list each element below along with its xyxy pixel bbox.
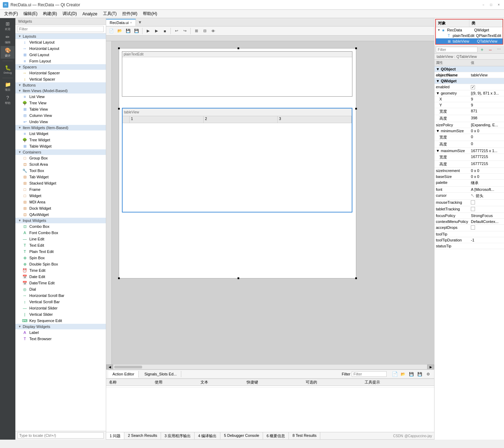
prop-val-basesize[interactable]: 0 x 0 [469,173,504,179]
prop-val-geometry[interactable]: [(9, 9), 871 x 3... [469,90,504,96]
widget-h-spacer[interactable]: ↔ Horizontal Spacer [15,70,106,76]
sel-handle-mr[interactable] [355,108,357,110]
canvas-scroll-h[interactable]: ◀ ▶ [106,364,434,369]
menu-edit[interactable]: 编辑(E) [21,10,40,17]
sel-handle-tm[interactable] [238,47,239,49]
prop-val-width[interactable]: 871 [469,108,504,115]
section-buttons[interactable]: ▼ Buttons [15,82,106,88]
menu-help[interactable]: 帮助(H) [140,10,160,17]
prop-val-minwidth[interactable]: 0 [469,134,504,141]
widget-grid-layout[interactable]: ⊞ Grid Layout [15,52,106,58]
prop-val-maxsize[interactable]: 16777215 x 1... [469,148,504,154]
action-filter-input[interactable] [352,371,387,377]
prop-val-maxheight[interactable]: 16777215 [469,160,504,167]
activity-help[interactable]: ? 帮助 [1,94,15,106]
widget-vertical-layout[interactable]: ↕ Vertical Layout [15,39,106,45]
section-containers[interactable]: ▼ Containers [15,149,106,155]
widget-text-browser[interactable]: T Text Browser [15,336,106,342]
widget-dial[interactable]: ◎ Dial [15,286,106,292]
widget-tab-widget[interactable]: ⊟ Tab Widget [15,174,106,180]
prop-val-focuspolicy[interactable]: StrongFocus [469,212,504,218]
widget-combo-box[interactable]: ⊡ Combo Box [15,223,106,230]
widget-v-spacer[interactable]: ↕ Vertical Spacer [15,76,106,82]
obj-row-tableview[interactable]: ⊞ tableView QTableView [436,38,503,44]
widget-v-scrollbar[interactable]: ↕ Vertical Scroll Bar [15,299,106,305]
widget-datetime-edit[interactable]: 📅 Date/Time Edit [15,280,106,286]
widget-line-edit[interactable]: — Line Edit [15,236,106,242]
action-new-btn[interactable]: 📄 [391,370,399,378]
activity-design[interactable]: 🎨 设计 [1,46,15,59]
widget-list-widget[interactable]: ≡ List Widget [15,130,106,137]
prop-val-palette[interactable]: 继承 [469,179,504,186]
toolbar-grid[interactable]: ⊟ [201,27,209,35]
output-tab-debugger[interactable]: 5 Debugger Console [220,432,263,439]
widget-h-scrollbar[interactable]: ↔ Horizontal Scroll Bar [15,292,106,299]
sel-handle-bl[interactable] [118,277,120,279]
prop-val-cursor[interactable]: ↖ 箭头 [469,192,504,199]
canvas-tab-recdata[interactable]: RecData.ui × [106,19,136,26]
activity-welcome[interactable]: ⊞ 欢迎 [1,20,15,32]
section-item-views[interactable]: ▼ Item Views (Model-Based) [15,88,106,94]
activity-debug[interactable]: 🐛 Debug [1,63,15,76]
widget-frame[interactable]: □ Frame [15,186,106,193]
toolbar-new[interactable]: 📄 [108,27,115,35]
output-tab-appoutput[interactable]: 3 应用程序输出 [161,432,195,439]
tab-action-editor[interactable]: Action Editor [108,371,139,378]
prop-more-btn[interactable]: ⋯ [495,46,503,53]
widget-dock-widget[interactable]: ⊟ Dock Widget [15,205,106,211]
sel-handle-br[interactable] [355,277,357,279]
widget-filter-input[interactable] [17,26,104,32]
widget-tree-view[interactable]: 🌳 Tree View [15,100,106,106]
activity-project[interactable]: 📁 项目 [1,80,15,93]
toolbar-save-all[interactable]: 💾 [133,27,140,35]
prop-val-enabled[interactable]: ✓ [469,84,504,90]
widget-table-view[interactable]: ⊞ Table View [15,106,106,112]
tab-signals-slots[interactable]: Signals_Slots Ed... [140,371,181,377]
section-display-widgets[interactable]: ▼ Display Widgets [15,324,106,329]
widget-group-box[interactable]: □ Group Box [15,155,106,161]
menu-build[interactable]: 构建(B) [40,10,60,17]
prop-val-minsize[interactable]: 0 x 0 [469,128,504,134]
prop-val-tooltip[interactable] [469,231,504,237]
scroll-thumb[interactable] [114,366,142,368]
scroll-left-btn[interactable]: ◀ [106,365,113,369]
widget-time-edit[interactable]: ⏰ Time Edit [15,267,106,274]
mousetracking-checkbox[interactable] [471,200,475,204]
toolbar-preview[interactable]: 👁 [209,27,217,35]
menu-file[interactable]: 文件(F) [1,10,21,17]
widget-table-widget[interactable]: ⊞ Table Widget [15,143,106,149]
acceptdrops-checkbox[interactable] [471,225,475,230]
widget-horizontal-layout[interactable]: ↔ Horizontal Layout [15,45,106,52]
prop-val-sizepolicy[interactable]: [Expanding, E... [469,122,504,128]
prop-val-tooltipduration[interactable]: -1 [469,237,504,243]
menu-debug[interactable]: 调试(D) [60,10,80,17]
obj-row-plaintextedit[interactable]: T plainTextEdit QPlainTextEdit [436,33,503,38]
obj-row-recdata[interactable]: ▼ ■ RecData QWidget [436,27,503,33]
prop-filter-input[interactable] [436,47,477,52]
canvas-tab-arrow[interactable]: ▼ [136,19,144,26]
prop-val-objectname[interactable]: tableView [469,72,504,78]
widget-undo-view[interactable]: ↩ Undo View [15,119,106,125]
form-table-widget[interactable]: tableView 1 2 3 [122,108,352,212]
widget-text-edit[interactable]: T Text Edit [15,242,106,248]
widget-form-layout[interactable]: ≡ Form Layout [15,58,106,64]
prop-val-sizeincrement[interactable]: 0 x 0 [469,167,504,173]
widget-stacked-widget[interactable]: ⊟ Stacked Widget [15,180,106,186]
widget-label[interactable]: A Label [15,329,106,336]
widget-widget[interactable]: □ Widget [15,193,106,199]
section-item-widgets[interactable]: ▼ Item Widgets (Item-Based) [15,125,106,130]
action-save-btn[interactable]: 💾 [408,370,415,378]
toolbar-run[interactable]: ▶ [153,27,160,35]
tablettracking-checkbox[interactable] [471,207,475,211]
output-tab-issues[interactable]: 1 问题 [106,432,124,439]
minimize-btn[interactable]: － [481,2,486,7]
scroll-track[interactable] [114,366,426,368]
prop-val-tablettracking[interactable] [469,206,504,212]
canvas-content[interactable]: plainTextEdit tableView [112,41,434,364]
action-save2-btn[interactable]: 💾 [416,370,424,378]
widget-mdi-area[interactable]: ⊟ MDI Area [15,199,106,205]
menu-tools[interactable]: 工具(T) [100,10,119,17]
widget-font-combo-box[interactable]: A Font Combo Box [15,230,106,236]
menu-controls[interactable]: 控件(W) [119,10,140,17]
prop-add-btn[interactable]: + [478,46,486,53]
